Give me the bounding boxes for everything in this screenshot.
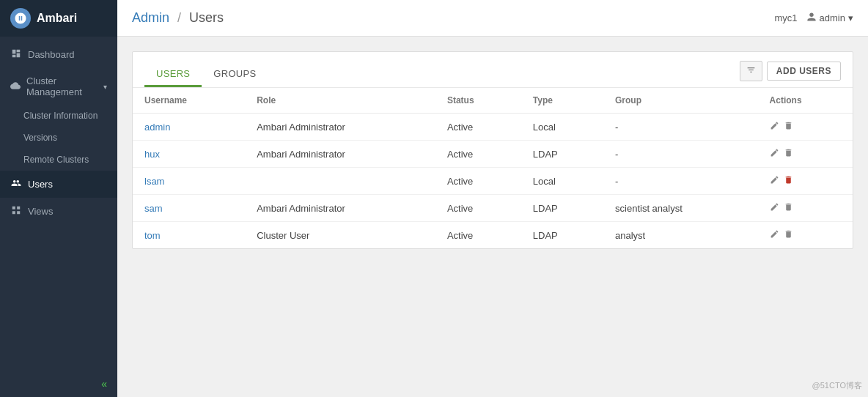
cell-group: analyst — [603, 222, 758, 249]
cell-actions — [758, 195, 853, 222]
sidebar-item-views[interactable]: Views — [0, 198, 117, 225]
table-row: lsam Active Local - — [133, 168, 853, 195]
users-label: Users — [28, 179, 53, 190]
cell-role — [245, 168, 435, 195]
edit-user-icon[interactable] — [770, 121, 779, 133]
views-label: Views — [28, 206, 53, 217]
admin-username: admin — [820, 12, 845, 23]
cell-group: - — [603, 114, 758, 141]
logo-icon — [10, 8, 31, 29]
user-icon — [806, 12, 817, 24]
action-icons — [770, 148, 841, 160]
sidebar-item-remote-clusters[interactable]: Remote Clusters — [0, 149, 117, 171]
cell-group: - — [603, 168, 758, 195]
users-icon — [10, 178, 22, 190]
topbar: Admin / Users myc1 admin ▾ — [117, 0, 868, 37]
users-table: Username Role Status Type Group Actions … — [133, 88, 853, 248]
cell-username: lsam — [133, 168, 245, 195]
cell-actions — [758, 168, 853, 195]
panel-actions: ADD USERS — [740, 61, 841, 87]
watermark: @51CTO博客 — [812, 380, 862, 391]
views-icon — [10, 205, 22, 218]
user-menu[interactable]: admin ▾ — [806, 12, 853, 24]
cell-username: hux — [133, 141, 245, 168]
sidebar-item-cluster-information[interactable]: Cluster Information — [0, 105, 117, 127]
cell-type: Local — [521, 168, 603, 195]
cell-role: Cluster User — [245, 222, 435, 249]
dashboard-icon — [10, 48, 22, 61]
delete-user-icon[interactable] — [784, 175, 793, 187]
sidebar-item-users[interactable]: Users — [0, 171, 117, 198]
col-role: Role — [245, 88, 435, 114]
cell-username: tom — [133, 222, 245, 249]
cell-status: Active — [435, 114, 521, 141]
versions-label: Versions — [23, 133, 57, 143]
sidebar-footer: « — [0, 371, 117, 397]
filter-button[interactable] — [740, 61, 762, 81]
col-status: Status — [435, 88, 521, 114]
tab-users[interactable]: USERS — [144, 62, 202, 87]
edit-user-icon[interactable] — [770, 175, 779, 187]
sidebar-item-versions[interactable]: Versions — [0, 127, 117, 149]
cell-username: sam — [133, 195, 245, 222]
app-name: Ambari — [37, 12, 77, 25]
cluster-information-label: Cluster Information — [23, 111, 98, 121]
breadcrumb: Admin / Users — [132, 10, 224, 26]
cell-role: Ambari Administrator — [245, 114, 435, 141]
tab-groups[interactable]: GROUPS — [202, 62, 268, 87]
cell-role: Ambari Administrator — [245, 141, 435, 168]
cell-actions — [758, 141, 853, 168]
dashboard-label: Dashboard — [28, 49, 75, 60]
sidebar-item-dashboard[interactable]: Dashboard — [0, 41, 117, 68]
collapse-sidebar-button[interactable]: « — [101, 378, 107, 390]
cell-type: LDAP — [521, 195, 603, 222]
edit-user-icon[interactable] — [770, 202, 779, 214]
action-icons — [770, 229, 841, 241]
table-row: admin Ambari Administrator Active Local … — [133, 114, 853, 141]
action-icons — [770, 175, 841, 187]
cell-username: admin — [133, 114, 245, 141]
table-row: sam Ambari Administrator Active LDAP sci… — [133, 195, 853, 222]
add-users-button[interactable]: ADD USERS — [767, 62, 841, 81]
chevron-down-icon: ▾ — [103, 83, 107, 91]
action-icons — [770, 202, 841, 214]
delete-user-icon[interactable] — [784, 229, 793, 241]
edit-user-icon[interactable] — [770, 148, 779, 160]
edit-user-icon[interactable] — [770, 229, 779, 241]
sidebar-item-cluster-management[interactable]: Cluster Management ▾ — [0, 68, 117, 105]
remote-clusters-label: Remote Clusters — [23, 155, 89, 165]
cell-status: Active — [435, 222, 521, 249]
cell-status: Active — [435, 195, 521, 222]
app-logo[interactable]: Ambari — [0, 0, 117, 37]
cell-type: Local — [521, 114, 603, 141]
cell-type: LDAP — [521, 222, 603, 249]
cell-actions — [758, 114, 853, 141]
col-type: Type — [521, 88, 603, 114]
table-row: tom Cluster User Active LDAP analyst — [133, 222, 853, 249]
cell-role: Ambari Administrator — [245, 195, 435, 222]
content-area: USERS GROUPS ADD USERS Username Role Sta — [117, 37, 868, 397]
cluster-name: myc1 — [775, 12, 798, 23]
col-username: Username — [133, 88, 245, 114]
cell-status: Active — [435, 141, 521, 168]
action-icons — [770, 121, 841, 133]
delete-user-icon[interactable] — [784, 121, 793, 133]
cluster-mgmt-label: Cluster Management — [26, 75, 98, 97]
admin-dropdown-icon: ▾ — [848, 12, 853, 23]
table-header-row: Username Role Status Type Group Actions — [133, 88, 853, 114]
tabs: USERS GROUPS — [144, 62, 268, 86]
breadcrumb-current: Users — [189, 10, 224, 25]
sidebar-nav: Dashboard Cluster Management ▾ Cluster I… — [0, 37, 117, 371]
breadcrumb-separator: / — [177, 10, 181, 25]
cluster-mgmt-icon — [10, 81, 21, 93]
topbar-right: myc1 admin ▾ — [775, 12, 853, 24]
delete-user-icon[interactable] — [784, 148, 793, 160]
panel-header: USERS GROUPS ADD USERS — [133, 52, 853, 88]
sidebar: Ambari Dashboard Cluster Management ▾ Cl… — [0, 0, 117, 397]
breadcrumb-admin[interactable]: Admin — [132, 10, 169, 25]
cell-type: LDAP — [521, 141, 603, 168]
users-panel: USERS GROUPS ADD USERS Username Role Sta — [132, 51, 853, 249]
col-group: Group — [603, 88, 758, 114]
delete-user-icon[interactable] — [784, 202, 793, 214]
cell-actions — [758, 222, 853, 249]
